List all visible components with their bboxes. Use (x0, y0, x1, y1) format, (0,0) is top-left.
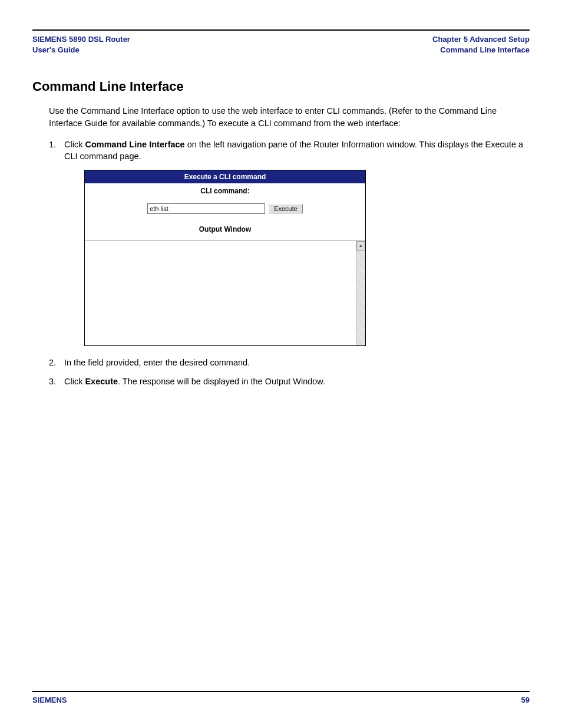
cli-panel: Execute a CLI command CLI command: Execu… (84, 170, 366, 346)
embedded-screenshot: Execute a CLI command CLI command: Execu… (84, 170, 530, 346)
scrollbar[interactable]: ▲ (356, 241, 365, 345)
step-text-bold: Command Line Interface (85, 140, 184, 149)
section-title: Command Line Interface (32, 79, 530, 94)
output-window: ▲ (85, 241, 365, 345)
step-number: 3. (49, 375, 64, 387)
footer-row: SIEMENS 59 (32, 696, 530, 704)
intro-paragraph: Use the Command Line Interface option to… (49, 105, 530, 129)
footer-brand: SIEMENS (32, 696, 67, 704)
page-number: 59 (521, 696, 530, 704)
cli-input-row: Execute (85, 197, 365, 222)
step-text: In the field provided, enter the desired… (64, 357, 530, 368)
step-text-bold: Execute (85, 377, 118, 386)
chapter-label: Chapter 5 Advanced Setup (432, 34, 530, 45)
step-text-pre: Click (64, 377, 85, 386)
header-left: SIEMENS 5890 DSL Router User's Guide (32, 34, 130, 55)
execute-button[interactable]: Execute (269, 204, 303, 213)
panel-title: Execute a CLI command (85, 170, 365, 184)
step-text: Click Command Line Interface on the left… (64, 139, 530, 163)
header-rule (32, 29, 530, 31)
product-title: SIEMENS 5890 DSL Router (32, 34, 130, 45)
list-item: 3. Click Execute. The response will be d… (49, 375, 530, 387)
guide-title: User's Guide (32, 45, 130, 55)
step-text-post: . The response will be displayed in the … (118, 377, 325, 386)
page-footer: SIEMENS 59 (32, 691, 530, 704)
cli-command-input[interactable] (147, 203, 265, 214)
header-right: Chapter 5 Advanced Setup Command Line In… (432, 34, 530, 55)
footer-rule (32, 691, 530, 692)
list-item: 2. In the field provided, enter the desi… (49, 357, 530, 368)
step-text-pre: Click (64, 140, 85, 149)
output-window-label: Output Window (85, 222, 365, 241)
step-number: 2. (49, 357, 64, 368)
page-header: SIEMENS 5890 DSL Router User's Guide Cha… (32, 34, 530, 55)
page: SIEMENS 5890 DSL Router User's Guide Cha… (0, 0, 562, 728)
scroll-up-icon[interactable]: ▲ (356, 241, 365, 251)
list-item: 1. Click Command Line Interface on the l… (49, 139, 530, 163)
step-list: 1. Click Command Line Interface on the l… (49, 139, 530, 395)
step-text: Click Execute. The response will be disp… (64, 375, 530, 387)
section-label: Command Line Interface (432, 45, 530, 55)
step-number: 1. (49, 139, 64, 163)
cli-command-label: CLI command: (85, 183, 365, 197)
